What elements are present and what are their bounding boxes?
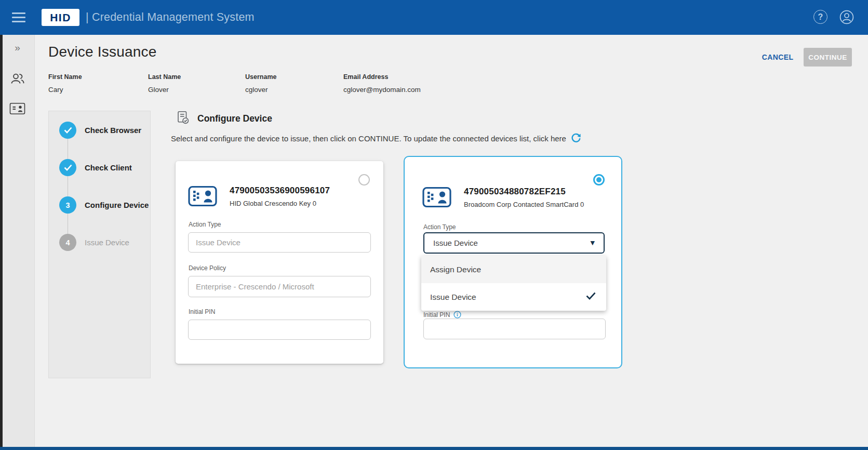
device-meta: 479005034880782EF215 Broadcom Corp Conta… xyxy=(464,187,584,208)
chevron-down-icon: ▼ xyxy=(591,240,595,246)
step-connector xyxy=(68,214,68,234)
smartcard-icon xyxy=(188,186,217,209)
first-name-value: Cary xyxy=(48,86,148,94)
smartcard-icon xyxy=(422,187,451,210)
step-issue-device: 4 Issue Device xyxy=(49,234,150,251)
action-type-select[interactable]: Issue Device ▼ xyxy=(423,232,605,254)
email-label: Email Address xyxy=(343,73,421,81)
email-value: cglover@mydomain.com xyxy=(343,86,421,94)
radio-dot xyxy=(596,177,602,182)
device-header: 47900503536900596107 HID Global Crescend… xyxy=(188,186,330,209)
initial-pin-label-text: Initial PIN xyxy=(423,311,450,319)
step-check-client[interactable]: Check Client xyxy=(49,159,150,176)
step-number: 4 xyxy=(59,234,76,251)
app-title: | Credential Management System xyxy=(86,0,255,35)
hid-logo-text: HID xyxy=(50,11,71,24)
page-title: Device Issuance xyxy=(48,44,156,60)
top-bar: HID | Credential Management System ? xyxy=(0,0,868,35)
menu-item-label: Issue Device xyxy=(430,293,476,302)
device-radio-unselected[interactable] xyxy=(358,174,370,186)
left-rail: » xyxy=(0,35,35,450)
step-label: Issue Device xyxy=(85,238,129,247)
device-card-broadcom-selected[interactable]: 479005034880782EF215 Broadcom Corp Conta… xyxy=(404,156,622,368)
help-icon[interactable]: ? xyxy=(813,10,827,24)
initial-pin-label: Initial PIN xyxy=(189,308,215,315)
first-name-label: First Name xyxy=(48,73,148,81)
action-type-label: Action Type xyxy=(423,223,456,231)
user-info-username: Username cglover xyxy=(245,73,343,94)
expand-rail-icon[interactable]: » xyxy=(0,42,35,54)
action-type-selected-value: Issue Device xyxy=(433,239,478,247)
wizard-stepper: Check Browser Check Client 3 Configure D… xyxy=(48,111,151,378)
device-card-crescendo[interactable]: 47900503536900596107 HID Global Crescend… xyxy=(176,161,383,364)
menu-item-label: Assign Device xyxy=(430,265,481,274)
credential-badge-icon[interactable] xyxy=(0,102,35,115)
last-name-label: Last Name xyxy=(148,73,245,81)
initial-pin-input xyxy=(188,320,371,340)
step-done-check-icon xyxy=(59,122,76,139)
window-edge-left xyxy=(0,35,3,450)
users-icon[interactable] xyxy=(0,72,35,86)
step-connector xyxy=(68,176,68,196)
device-name: Broadcom Corp Contacted SmartCard 0 xyxy=(464,201,584,208)
selected-check-icon xyxy=(586,292,596,302)
step-connector xyxy=(68,139,68,159)
info-icon[interactable] xyxy=(453,311,461,319)
configure-device-description: Select and configure the device to issue… xyxy=(171,133,581,143)
user-info-last-name: Last Name Glover xyxy=(148,73,245,94)
last-name-value: Glover xyxy=(148,86,245,94)
configure-device-heading: Configure Device xyxy=(177,111,272,127)
step-label: Check Browser xyxy=(85,126,141,135)
step-check-browser[interactable]: Check Browser xyxy=(49,122,150,139)
configure-description-text: Select and configure the device to issue… xyxy=(171,134,566,143)
step-number: 3 xyxy=(59,196,76,214)
hid-logo: HID xyxy=(42,9,79,26)
action-type-label: Action Type xyxy=(189,221,221,228)
initial-pin-label: Initial PIN xyxy=(423,311,461,319)
device-policy-input-disabled xyxy=(188,276,371,297)
menu-item-issue-device[interactable]: Issue Device xyxy=(421,283,606,311)
step-label: Configure Device xyxy=(85,201,149,209)
username-value: cglover xyxy=(245,86,343,94)
configure-device-heading-text: Configure Device xyxy=(197,113,272,124)
refresh-devices-icon[interactable] xyxy=(571,133,581,143)
action-type-input-disabled xyxy=(188,232,371,253)
device-meta: 47900503536900596107 HID Global Crescend… xyxy=(230,186,330,207)
document-check-icon xyxy=(177,111,190,127)
user-info-bar: First Name Cary Last Name Glover Usernam… xyxy=(48,73,421,94)
device-policy-label: Device Policy xyxy=(189,264,226,272)
step-done-check-icon xyxy=(59,159,76,176)
user-info-email: Email Address cglover@mydomain.com xyxy=(343,73,421,94)
username-label: Username xyxy=(245,73,343,81)
device-serial: 479005034880782EF215 xyxy=(464,187,584,197)
menu-item-assign-device[interactable]: Assign Device xyxy=(421,256,606,283)
cancel-button[interactable]: CANCEL xyxy=(758,49,797,65)
initial-pin-input[interactable] xyxy=(423,319,606,339)
continue-button[interactable]: CONTINUE xyxy=(804,48,852,67)
action-type-dropdown-menu: Assign Device Issue Device xyxy=(421,256,606,311)
device-serial: 47900503536900596107 xyxy=(230,186,330,196)
help-glyph: ? xyxy=(818,12,823,22)
device-name: HID Global Crescendo Key 0 xyxy=(230,200,330,207)
user-info-first-name: First Name Cary xyxy=(48,73,148,94)
window-edge-bottom xyxy=(0,447,868,450)
step-label: Check Client xyxy=(85,163,132,172)
device-header: 479005034880782EF215 Broadcom Corp Conta… xyxy=(422,187,584,210)
account-icon[interactable] xyxy=(839,10,854,24)
step-configure-device[interactable]: 3 Configure Device xyxy=(49,196,150,214)
device-radio-selected[interactable] xyxy=(593,174,605,186)
menu-icon[interactable] xyxy=(12,12,25,22)
